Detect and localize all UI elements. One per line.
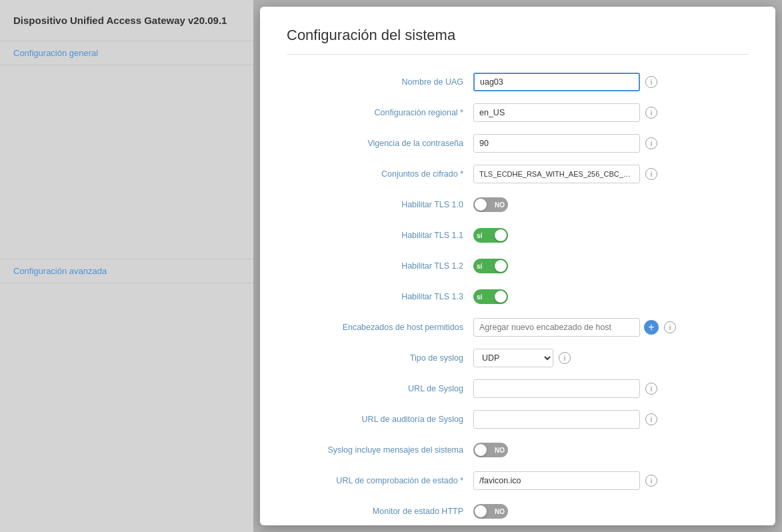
tls11-toggle-knob — [495, 229, 507, 241]
syslog-url-label: URL de Syslog — [287, 384, 473, 393]
health-check-url-info-icon[interactable]: i — [645, 475, 657, 487]
password-expiry-row: Vigencia de la contraseña i — [287, 133, 749, 154]
syslog-url-row: URL de Syslog i — [287, 378, 749, 399]
syslog-url-input[interactable] — [473, 379, 640, 398]
syslog-sys-msgs-toggle-label: NO — [495, 447, 505, 454]
tls13-toggle-knob — [495, 291, 507, 303]
uag-name-input[interactable] — [473, 73, 640, 91]
http-health-monitor-row: Monitor de estado HTTP NO — [287, 501, 749, 522]
syslog-url-info-icon[interactable]: i — [645, 383, 657, 395]
health-check-url-label: URL de comprobación de estado — [287, 476, 473, 485]
tls10-toggle-knob — [475, 199, 487, 211]
tls13-toggle[interactable]: sí — [473, 289, 508, 304]
modal-title: Configuración del sistema — [287, 27, 749, 55]
tls12-toggle-label: sí — [477, 263, 482, 270]
tls11-label: Habilitar TLS 1.1 — [287, 231, 473, 240]
modal-dialog: Configuración del sistema Nombre de UAG … — [260, 7, 775, 525]
tls10-row: Habilitar TLS 1.0 NO — [287, 194, 749, 215]
host-headers-add-button[interactable]: + — [644, 320, 659, 335]
http-health-monitor-label: Monitor de estado HTTP — [287, 507, 473, 516]
regional-config-row: Configuración regional i — [287, 102, 749, 123]
http-health-monitor-toggle[interactable]: NO — [473, 504, 508, 519]
regional-info-icon[interactable]: i — [645, 107, 657, 119]
regional-label: Configuración regional — [287, 108, 473, 117]
http-health-monitor-toggle-container: NO — [473, 504, 508, 519]
uag-name-row: Nombre de UAG i — [287, 71, 749, 93]
tls11-toggle-label: sí — [477, 232, 482, 239]
cipher-suites-label: Conjuntos de cifrado — [287, 169, 473, 179]
tls10-toggle-label: NO — [495, 201, 505, 209]
syslog-sys-msgs-toggle-container: NO — [473, 443, 508, 457]
tls13-label: Habilitar TLS 1.3 — [287, 292, 473, 301]
syslog-audit-info-icon[interactable]: i — [645, 413, 657, 425]
host-headers-label: Encabezados de host permitidos — [287, 323, 473, 332]
syslog-sys-msgs-toggle[interactable]: NO — [473, 443, 508, 457]
sidebar: Dispositivo Unified Access Gateway v20.0… — [0, 0, 253, 532]
sidebar-item-advanced[interactable]: Configuración avanzada — [0, 259, 253, 283]
syslog-type-select[interactable]: UDP TCP — [473, 349, 553, 367]
host-headers-input[interactable] — [473, 318, 640, 337]
syslog-type-row: Tipo de syslog UDP TCP i — [287, 347, 749, 369]
uag-name-label: Nombre de UAG — [287, 77, 473, 87]
tls12-toggle[interactable]: sí — [473, 259, 508, 273]
password-expiry-input[interactable] — [473, 134, 640, 153]
syslog-sys-msgs-toggle-knob — [475, 444, 487, 456]
main-area: Configuración del sistema Nombre de UAG … — [253, 0, 782, 532]
sidebar-title: Dispositivo Unified Access Gateway v20.0… — [0, 7, 253, 34]
cipher-suites-row: Conjuntos de cifrado i — [287, 163, 749, 185]
uag-name-info-icon[interactable]: i — [645, 76, 657, 88]
tls11-toggle[interactable]: sí — [473, 228, 508, 243]
syslog-sys-msgs-label: Syslog incluye mensajes del sistema — [287, 445, 473, 455]
http-health-monitor-toggle-label: NO — [495, 508, 505, 515]
tls13-row: Habilitar TLS 1.3 sí — [287, 286, 749, 307]
tls10-label: Habilitar TLS 1.0 — [287, 200, 473, 209]
http-health-monitor-toggle-knob — [475, 505, 487, 517]
health-check-url-row: URL de comprobación de estado i — [287, 470, 749, 491]
password-expiry-info-icon[interactable]: i — [645, 137, 657, 149]
tls12-toggle-knob — [495, 260, 507, 272]
tls12-label: Habilitar TLS 1.2 — [287, 261, 473, 271]
host-headers-row: Encabezados de host permitidos + i — [287, 317, 749, 338]
syslog-audit-input[interactable] — [473, 410, 640, 429]
tls12-row: Habilitar TLS 1.2 sí — [287, 255, 749, 277]
tls13-toggle-label: sí — [477, 293, 482, 301]
health-check-url-input[interactable] — [473, 471, 640, 490]
tls11-toggle-container: sí — [473, 228, 508, 243]
tls10-toggle[interactable]: NO — [473, 197, 508, 212]
tls13-toggle-container: sí — [473, 289, 508, 304]
syslog-audit-label: URL de auditoría de Syslog — [287, 415, 473, 424]
syslog-audit-row: URL de auditoría de Syslog i — [287, 409, 749, 430]
cipher-suites-info-icon[interactable]: i — [645, 168, 657, 180]
sidebar-item-general[interactable]: Configuración general — [0, 41, 253, 65]
regional-input[interactable] — [473, 103, 640, 122]
host-headers-info-icon[interactable]: i — [664, 321, 676, 333]
syslog-sys-msgs-row: Syslog incluye mensajes del sistema NO — [287, 439, 749, 461]
password-expiry-label: Vigencia de la contraseña — [287, 139, 473, 148]
tls10-toggle-container: NO — [473, 197, 508, 212]
tls12-toggle-container: sí — [473, 259, 508, 273]
syslog-type-label: Tipo de syslog — [287, 353, 473, 363]
tls11-row: Habilitar TLS 1.1 sí — [287, 225, 749, 246]
syslog-type-info-icon[interactable]: i — [559, 352, 571, 364]
cipher-suites-input[interactable] — [473, 165, 640, 183]
